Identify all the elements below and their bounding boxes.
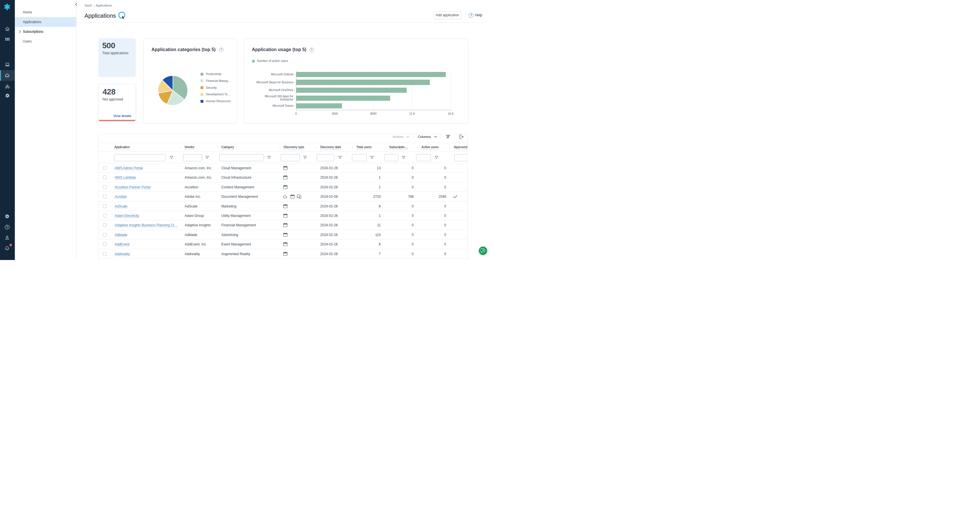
svg-text:?: ?: [6, 225, 8, 229]
